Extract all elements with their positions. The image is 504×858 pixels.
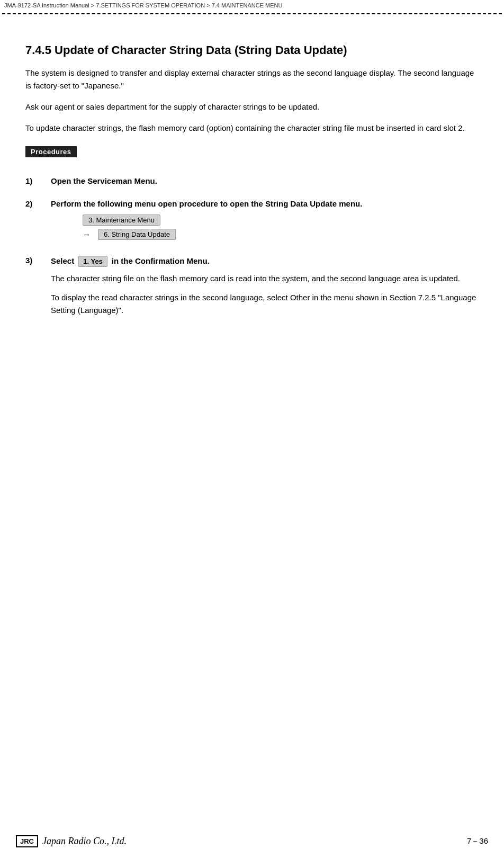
- section-title: 7.4.5 Update of Character String Data (S…: [25, 43, 479, 57]
- section-heading: Update of Character String Data (String …: [55, 43, 347, 57]
- step-3-suffix: in the Confirmation Menu.: [112, 256, 210, 265]
- step-2-number: 2): [25, 199, 51, 208]
- arrow-symbol: →: [83, 230, 91, 239]
- dashed-divider: [0, 11, 504, 17]
- menu-diagram: 3. Maintenance Menu → 6. String Data Upd…: [83, 215, 479, 240]
- step-3-body-2: To display the read character strings in…: [51, 291, 479, 317]
- header-bar: JMA-9172-SA Instruction Manual > 7.SETTI…: [0, 0, 504, 11]
- section-number: 7.4.5: [25, 43, 51, 57]
- menu-arrow-row: → 6. String Data Update: [83, 229, 176, 240]
- step-3-number: 3): [25, 256, 51, 265]
- intro-paragraph-3: To update character strings, the flash m…: [25, 122, 479, 135]
- step-3-body-1: The character string file on the flash m…: [51, 272, 479, 285]
- step-1: 1) Open the Serviceman Menu.: [25, 176, 479, 190]
- step-3-content: Select 1. Yes in the Confirmation Menu. …: [51, 256, 479, 317]
- step-1-number: 1): [25, 176, 51, 185]
- procedures-section: Procedures: [25, 143, 479, 167]
- breadcrumb: JMA-9172-SA Instruction Manual > 7.SETTI…: [4, 2, 283, 8]
- procedures-badge: Procedures: [25, 146, 77, 157]
- intro-paragraph-2: Ask our agent or sales department for th…: [25, 101, 479, 113]
- intro-paragraph-1: The system is designed to transfer and d…: [25, 67, 479, 92]
- step-2-title: Perform the following menu open procedur…: [51, 199, 479, 208]
- step-3-title-row: Select 1. Yes in the Confirmation Menu.: [51, 256, 479, 267]
- footer: JRC Japan Radio Co., Ltd. 7－36: [0, 835, 504, 847]
- main-content: 7.4.5 Update of Character String Data (S…: [0, 17, 504, 337]
- step-2: 2) Perform the following menu open proce…: [25, 199, 479, 246]
- menu-button-2: 6. String Data Update: [98, 229, 176, 240]
- company-name: Japan Radio Co., Ltd.: [42, 836, 127, 847]
- step-3-prefix: Select: [51, 256, 74, 265]
- page-number: 7－36: [467, 836, 488, 846]
- step-3: 3) Select 1. Yes in the Confirmation Men…: [25, 256, 479, 317]
- jrc-label: JRC: [16, 835, 38, 847]
- footer-logo: JRC Japan Radio Co., Ltd.: [16, 835, 127, 847]
- yes-button: 1. Yes: [78, 256, 107, 267]
- step-2-content: Perform the following menu open procedur…: [51, 199, 479, 246]
- step-1-content: Open the Serviceman Menu.: [51, 176, 479, 190]
- step-1-title: Open the Serviceman Menu.: [51, 176, 479, 185]
- menu-button-1: 3. Maintenance Menu: [83, 215, 160, 226]
